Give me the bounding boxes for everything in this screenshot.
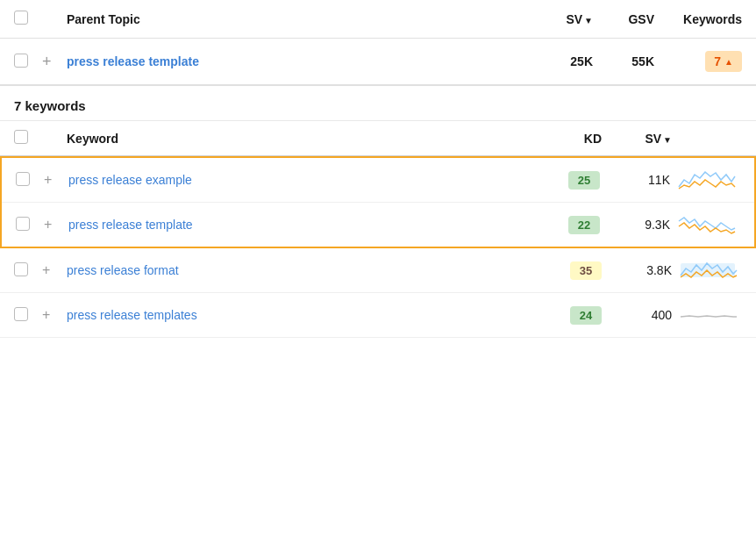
kr1-plus-icon[interactable]: +	[44, 172, 68, 188]
keyword-row: + press release template 22 9.3K	[2, 203, 754, 247]
keywords-count-text: 7 keywords	[14, 98, 86, 113]
kr4-plus-icon[interactable]: +	[42, 307, 67, 323]
kr1-keyword-link[interactable]: press release example	[68, 173, 538, 187]
parent-topic-row: + press release template 25K 55K 7 ▲	[0, 39, 756, 86]
kr2-kd-badge: 22	[568, 216, 600, 234]
keyword-table-header: Keyword KD SV▼	[0, 121, 756, 156]
kr4-chart-svg	[679, 303, 738, 327]
gsv-header: GSV	[593, 12, 654, 26]
kr3-checkbox-col	[14, 262, 42, 279]
expand-arrow-icon: ▲	[724, 57, 733, 67]
keywords-count-value: 7	[714, 54, 721, 68]
keywords-header: Keywords	[654, 12, 742, 26]
kd-col-header: KD	[540, 132, 602, 146]
kr2-checkbox[interactable]	[16, 217, 30, 231]
kh-checkbox[interactable]	[14, 130, 28, 144]
kr4-kd-value: 24	[540, 306, 602, 325]
highlighted-keyword-group: + press release example 25 11K + press r…	[0, 156, 756, 248]
parent-topic-link[interactable]: press release template	[67, 54, 523, 68]
kr3-chart-svg	[679, 258, 738, 283]
kr4-chart	[672, 303, 742, 327]
parent-topic-header: Parent Topic	[67, 12, 523, 26]
header-checkbox-col	[14, 11, 42, 27]
parent-plus-icon[interactable]: +	[42, 53, 52, 70]
kr2-keyword-link[interactable]: press release template	[68, 218, 538, 232]
kr4-checkbox-col	[14, 307, 42, 324]
table-header: Parent Topic SV▼ GSV Keywords	[0, 0, 756, 39]
kr3-checkbox[interactable]	[14, 262, 28, 276]
kr4-checkbox[interactable]	[14, 307, 28, 321]
kh-sv-sort-icon[interactable]: ▼	[663, 135, 672, 145]
parent-keywords-badge-col: 7 ▲	[654, 51, 742, 72]
kr1-sv-value: 11K	[600, 173, 670, 187]
keyword-row: + press release example 25 11K	[2, 158, 754, 203]
kr3-plus-icon[interactable]: +	[42, 262, 67, 278]
kr1-checkbox[interactable]	[16, 172, 30, 186]
kr1-chart	[670, 168, 740, 192]
parent-sv-value: 25K	[523, 54, 593, 68]
kh-sv-col-header: SV▼	[602, 132, 672, 146]
kr3-chart	[672, 258, 742, 283]
kr2-sv-value: 9.3K	[600, 218, 670, 232]
kr2-checkbox-col	[16, 217, 44, 233]
parent-plus-col: +	[42, 54, 67, 69]
kr1-checkbox-col	[16, 172, 44, 189]
keyword-col-header: Keyword	[67, 132, 540, 146]
sv-sort-icon[interactable]: ▼	[584, 16, 593, 25]
keywords-subheader: 7 keywords	[0, 86, 756, 121]
kr1-kd-badge: 25	[568, 171, 600, 190]
kr4-kd-badge: 24	[570, 306, 602, 325]
kh-checkbox-col	[14, 130, 42, 147]
keyword-row: + press release templates 24 400	[0, 293, 756, 338]
main-table: Parent Topic SV▼ GSV Keywords + press re…	[0, 0, 756, 537]
kr2-plus-icon[interactable]: +	[44, 217, 68, 233]
kr1-chart-svg	[677, 168, 737, 192]
kr3-sv-value: 3.8K	[602, 263, 672, 277]
keywords-count-badge[interactable]: 7 ▲	[705, 51, 742, 72]
parent-gsv-value: 55K	[593, 54, 654, 68]
kr2-chart-svg	[677, 212, 737, 237]
kr4-sv-value: 400	[602, 308, 672, 322]
kr3-kd-value: 35	[540, 261, 602, 280]
kr3-kd-badge: 35	[570, 261, 602, 280]
kr2-kd-value: 22	[538, 216, 600, 234]
parent-checkbox-col	[14, 54, 42, 70]
sv-header: SV▼	[523, 12, 593, 26]
kr1-kd-value: 25	[538, 171, 600, 190]
keyword-row: + press release format 35 3.8K	[0, 248, 756, 293]
kr4-keyword-link[interactable]: press release templates	[67, 308, 540, 322]
kr3-keyword-link[interactable]: press release format	[67, 263, 540, 277]
header-checkbox[interactable]	[14, 11, 28, 25]
kr2-chart	[670, 212, 740, 237]
parent-checkbox[interactable]	[14, 54, 28, 68]
